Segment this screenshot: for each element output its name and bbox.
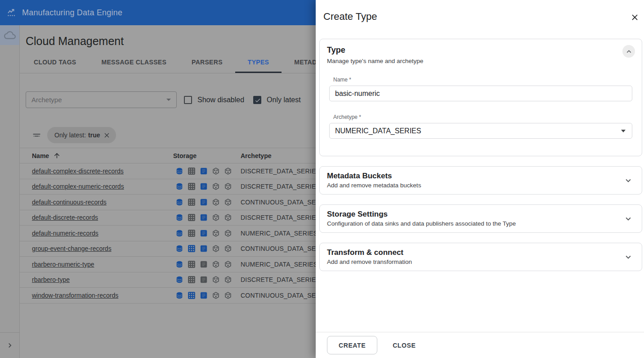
storage-icon-table: [188, 167, 196, 175]
storage-icon-table: [188, 291, 196, 299]
tab-metadata[interactable]: METADATA: [282, 53, 316, 73]
archetype-cell: NUMERIC_DATA_SERIES: [241, 261, 316, 268]
storage-icon-document: [200, 182, 208, 190]
row-name-link[interactable]: rbarbero-type: [32, 276, 70, 283]
archetype-cell: DISCRETE_DATA_SERIES: [241, 276, 316, 283]
filter-list-icon[interactable]: [32, 131, 41, 140]
accordion-storage-settings[interactable]: Storage Settings Configuration of data s…: [319, 204, 642, 233]
archetype-select[interactable]: NUMERIC_DATA_SERIES: [329, 123, 632, 139]
tab-cloud-tags[interactable]: CLOUD TAGS: [21, 53, 89, 73]
table-row[interactable]: group-event-change-records CONTINUOUS_DA…: [20, 241, 316, 257]
row-name-link[interactable]: default-complex-discrete-records: [32, 168, 124, 175]
name-field-label: Name *: [333, 77, 632, 83]
row-name-link[interactable]: group-event-change-records: [32, 245, 112, 252]
accordion-title: Transform & connect: [327, 248, 635, 257]
filter-bar: Archetype Show disabled Only latest: [26, 91, 316, 108]
check-icon: [255, 97, 261, 104]
storage-icon-table: [188, 260, 196, 268]
table-row[interactable]: window-transformation-records CONTINUOUS…: [20, 288, 316, 304]
active-filters-row: Only latest: true: [32, 127, 316, 143]
accordion-subtitle: Add and remove transformation: [327, 258, 635, 266]
storage-icon-table: [188, 198, 196, 206]
storage-icon-database: [175, 182, 183, 190]
table-row[interactable]: rbarbero-numeric-type NUMERIC_DATA_SERIE…: [20, 257, 316, 272]
storage-icon-pubsub: [212, 260, 220, 268]
main-screen: Manufacturing Data Engine Cloud Manageme…: [0, 0, 316, 358]
storage-icon-pubsub: [212, 182, 220, 190]
chevron-down-icon: [623, 252, 633, 262]
table-row[interactable]: default-complex-numeric-records DISCRETE…: [20, 179, 316, 195]
close-icon[interactable]: [629, 12, 640, 23]
tab-parsers[interactable]: PARSERS: [179, 53, 235, 73]
chevron-down-icon: [623, 176, 633, 186]
storage-icon-database: [175, 229, 183, 237]
only-latest-checkbox[interactable]: Only latest: [253, 96, 301, 104]
accordion-metadata-buckets[interactable]: Metadata Buckets Add and remove metadata…: [319, 166, 642, 195]
archetype-filter-placeholder: Archetype: [31, 96, 62, 104]
close-button[interactable]: CLOSE: [393, 342, 416, 349]
types-table: Name Storage Archetype default-complex-d…: [20, 148, 316, 304]
accordion-list: Metadata Buckets Add and remove metadata…: [319, 166, 642, 271]
row-name-link[interactable]: default-complex-numeric-records: [32, 183, 124, 190]
sidebar-item-cloud-management[interactable]: [0, 25, 19, 45]
table-row[interactable]: default-discrete-records DISCRETE_DATA_S…: [20, 210, 316, 226]
archetype-filter-select[interactable]: Archetype: [26, 91, 177, 108]
filter-chip-only-latest: Only latest: true: [47, 127, 116, 143]
storage-icon-document: [200, 245, 208, 253]
chevron-down-icon: [623, 214, 633, 224]
name-field[interactable]: [329, 86, 632, 101]
storage-icon-database: [175, 167, 183, 175]
chevron-up-icon: [625, 47, 633, 56]
table-row[interactable]: default-complex-discrete-records DISCRET…: [20, 163, 316, 179]
tab-types[interactable]: TYPES: [235, 53, 282, 73]
collapse-section-button[interactable]: [622, 45, 635, 58]
storage-icon-database: [175, 198, 183, 206]
row-name-link[interactable]: rbarbero-numeric-type: [32, 261, 94, 268]
chip-remove-icon[interactable]: [103, 131, 111, 139]
storage-icon-pubsub: [224, 245, 232, 253]
table-row[interactable]: rbarbero-type DISCRETE_DATA_SERIES: [20, 272, 316, 288]
storage-icon-pubsub: [212, 245, 220, 253]
storage-icon-pubsub: [224, 167, 232, 175]
row-name-link[interactable]: default-numeric-records: [32, 230, 98, 237]
checkbox-box: [184, 96, 192, 104]
storage-icon-database: [175, 245, 183, 253]
table-row[interactable]: default-numeric-records NUMERIC_DATA_SER…: [20, 226, 316, 241]
sidebar-expand[interactable]: [0, 332, 19, 358]
accordion-transform-connect[interactable]: Transform & connect Add and remove trans…: [319, 243, 642, 271]
storage-icon-table: [188, 245, 196, 253]
archetype-cell: CONTINUOUS_DATA_SERIES: [241, 199, 316, 206]
storage-icon-document: [200, 229, 208, 237]
archetype-cell: DISCRETE_DATA_SERIES: [241, 214, 316, 221]
storage-icon-document: [200, 167, 208, 175]
archetype-cell: DISCRETE_DATA_SERIES: [241, 168, 316, 175]
storage-icon-table: [188, 229, 196, 237]
storage-icon-pubsub: [212, 198, 220, 206]
only-latest-label: Only latest: [267, 96, 301, 104]
row-name-link[interactable]: default-discrete-records: [32, 214, 98, 221]
accordion-subtitle: Configuration of data sinks and data pub…: [327, 220, 635, 227]
column-header-name[interactable]: Name: [20, 152, 173, 159]
create-button[interactable]: CREATE: [327, 336, 377, 354]
cloud-icon: [4, 29, 16, 41]
archetype-cell: DISCRETE_DATA_SERIES: [241, 183, 316, 190]
row-name-link[interactable]: window-transformation-records: [32, 292, 118, 299]
storage-icon-database: [175, 276, 183, 284]
accordion-title: Storage Settings: [327, 210, 635, 218]
show-disabled-checkbox[interactable]: Show disabled: [184, 96, 244, 104]
storage-icon-table: [188, 213, 196, 222]
column-header-storage: Storage: [173, 152, 241, 159]
drawer-footer: CREATE CLOSE: [316, 332, 644, 358]
tab-message-classes[interactable]: MESSAGE CLASSES: [89, 53, 179, 73]
storage-icon-document: [200, 291, 208, 299]
storage-icon-document: [200, 276, 208, 284]
storage-icon-pubsub: [224, 182, 232, 190]
create-type-drawer: Create Type Type Manage type's name and …: [316, 0, 644, 358]
storage-icon-pubsub: [224, 260, 232, 268]
accordion-subtitle: Add and remove metadata buckets: [327, 182, 635, 189]
archetype-cell: CONTINUOUS_DATA_SERIES: [241, 245, 316, 252]
chevron-right-icon: [5, 341, 14, 350]
table-row[interactable]: default-continuous-records CONTINUOUS_DA…: [20, 195, 316, 210]
row-name-link[interactable]: default-continuous-records: [32, 199, 107, 206]
app-header: Manufacturing Data Engine: [0, 0, 316, 25]
